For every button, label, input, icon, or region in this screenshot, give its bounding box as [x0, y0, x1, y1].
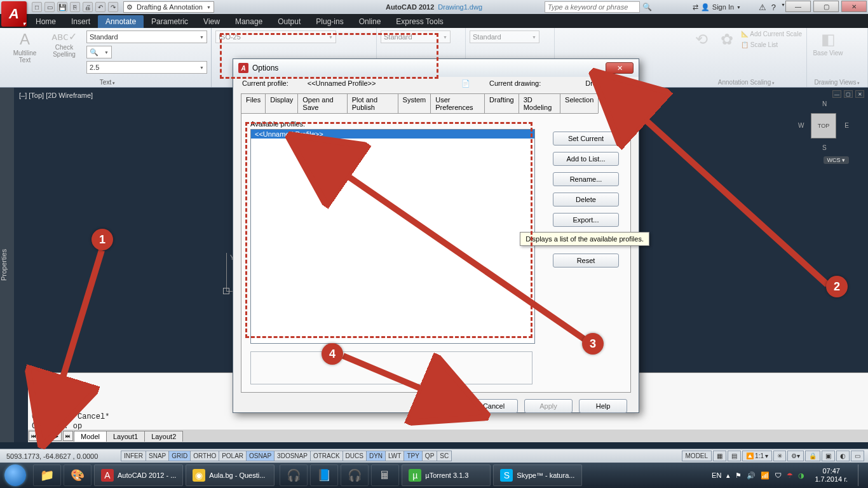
layout-tab-layout2[interactable]: Layout2	[144, 431, 183, 442]
anno-visibility-icon[interactable]: ✿	[715, 30, 738, 48]
viewcube[interactable]: N S E W TOP	[798, 100, 849, 151]
tab-nav-first[interactable]: ⏮	[29, 431, 39, 441]
toggle-dyn[interactable]: DYN	[366, 451, 386, 461]
anno-visibility-toggle[interactable]: ✳	[773, 451, 786, 461]
ribbon-tab-parametric[interactable]: Parametric	[144, 15, 196, 28]
toggle-tpy[interactable]: TPY	[403, 451, 422, 461]
network-icon[interactable]: 📶	[761, 471, 770, 480]
base-view-button[interactable]: ◧ Base View	[811, 30, 845, 57]
saveas-icon[interactable]: ⎘	[70, 2, 80, 12]
viewcube-south[interactable]: S	[822, 144, 827, 151]
coordinate-readout[interactable]: 5093.1773, -64.8627 , 0.0000	[0, 452, 121, 460]
check-spelling-button[interactable]: ᴀʙᴄ✓ Check Spelling	[47, 30, 81, 74]
profile-reset-button[interactable]: Reset	[553, 254, 619, 268]
help-button[interactable]: Help	[579, 399, 627, 413]
notepad-icon[interactable]: 📘	[310, 464, 338, 486]
toggle-lwt[interactable]: LWT	[385, 451, 404, 461]
search-icon[interactable]: 🔍	[642, 3, 652, 11]
wcs-dropdown[interactable]: WCS ▾	[824, 156, 850, 164]
ok-button[interactable]: OK	[415, 399, 463, 413]
save-icon[interactable]: 💾	[57, 2, 67, 12]
quickview-drawings-icon[interactable]: ▤	[728, 451, 741, 461]
tab-nav-last[interactable]: ⏭	[63, 431, 73, 441]
profile-export-button[interactable]: Export...	[553, 213, 619, 227]
profile-rename-button[interactable]: Rename...	[553, 172, 619, 186]
options-tab-open-and-save[interactable]: Open and Save	[297, 93, 347, 114]
calculator-icon[interactable]: 🖩	[371, 464, 399, 486]
ribbon-tab-plug-ins[interactable]: Plug-ins	[308, 15, 351, 28]
text-style-combo[interactable]: Standard	[86, 30, 207, 43]
viewport-controls[interactable]: [–] [Top] [2D Wireframe]	[19, 92, 93, 99]
close-button[interactable]: ✕	[841, 1, 867, 12]
properties-palette-tab[interactable]: Properties	[0, 88, 14, 442]
tab-nav-next[interactable]: ▶	[51, 431, 62, 441]
plot-icon[interactable]: 🖨	[83, 2, 93, 12]
clean-screen-icon[interactable]: ▭	[851, 451, 864, 461]
undo-icon[interactable]: ↶	[95, 2, 105, 12]
headset-icon[interactable]: 🎧	[280, 464, 308, 486]
viewcube-west[interactable]: W	[798, 122, 804, 129]
toggle-polar[interactable]: POLAR	[219, 451, 247, 461]
hardware-accel-icon[interactable]: ▣	[822, 451, 835, 461]
flag-icon[interactable]: ⚑	[735, 471, 742, 480]
options-tab-display[interactable]: Display	[265, 93, 298, 114]
taskbar-app-chrome[interactable]: ◉Aula.bg - Questi...	[186, 464, 275, 486]
options-tab-selection[interactable]: Selection	[560, 93, 599, 114]
ribbon-tab-annotate[interactable]: Annotate	[98, 15, 144, 28]
options-tab-files[interactable]: Files	[241, 93, 266, 114]
options-tab-system[interactable]: System	[398, 93, 431, 114]
explorer-icon[interactable]: 📁	[33, 464, 61, 486]
redo-icon[interactable]: ↷	[108, 2, 118, 12]
new-icon[interactable]: □	[32, 2, 42, 12]
paint-icon[interactable]: 🎨	[64, 464, 92, 486]
open-icon[interactable]: ▭	[44, 2, 55, 12]
signin-area[interactable]: ⇄ 👤 Sign In ▼	[693, 3, 741, 11]
language-indicator[interactable]: EN	[712, 471, 721, 479]
doc-close-icon[interactable]: ✕	[855, 90, 864, 98]
ribbon-tab-output[interactable]: Output	[270, 15, 308, 28]
toggle-ducs[interactable]: DUCS	[342, 451, 367, 461]
taskbar-app-utorrent[interactable]: µµTorrent 3.1.3	[402, 464, 491, 486]
tray-expand-icon[interactable]: ▴	[726, 471, 730, 480]
app-menu-button[interactable]: A	[1, 1, 27, 27]
viewcube-east[interactable]: E	[844, 122, 849, 129]
sync-scale-icon[interactable]: ⟲	[690, 30, 713, 48]
workspace-switch-icon[interactable]: ⚙▾	[787, 451, 804, 461]
anno-scale-button[interactable]: 🔼1:1▾	[742, 451, 772, 461]
tab-nav-prev[interactable]: ◀	[40, 431, 50, 441]
viewcube-face-top[interactable]: TOP	[811, 113, 836, 139]
model-paper-toggle[interactable]: MODEL	[682, 451, 712, 461]
quickview-layouts-icon[interactable]: ▦	[713, 451, 726, 461]
find-text-button[interactable]: 🔍	[86, 46, 112, 58]
layout-tab-layout1[interactable]: Layout1	[106, 431, 145, 442]
multiline-text-button[interactable]: A Multiline Text	[8, 30, 42, 74]
toggle-qp[interactable]: QP	[422, 451, 437, 461]
taskbar-app-autocad[interactable]: AAutoCAD 2012 - ...	[94, 464, 183, 486]
headset2-icon[interactable]: 🎧	[341, 464, 369, 486]
options-tab-user-preferences[interactable]: User Preferences	[430, 93, 485, 114]
doc-restore-icon[interactable]: ▢	[844, 90, 853, 98]
layout-tab-model[interactable]: Model	[74, 431, 107, 442]
dim-style-combo[interactable]: ISO-25	[215, 30, 336, 43]
onedrive-icon[interactable]: ◑	[798, 471, 804, 480]
toggle-sc[interactable]: SC	[437, 451, 452, 461]
ribbon-tab-online[interactable]: Online	[351, 15, 389, 28]
doc-minimize-icon[interactable]: —	[832, 90, 841, 98]
minimize-button[interactable]: —	[785, 1, 811, 12]
workspace-dropdown[interactable]: ⚙ Drafting & Annotation	[123, 1, 214, 13]
toggle-osnap[interactable]: OSNAP	[246, 451, 275, 461]
toggle-ortho[interactable]: ORTHO	[190, 451, 219, 461]
toggle-3dosnap[interactable]: 3DOSNAP	[274, 451, 311, 461]
search-input[interactable]	[545, 1, 640, 13]
scale-list-button[interactable]: 📋 Scale List	[741, 41, 778, 48]
options-tab-plot-and-publish[interactable]: Plot and Publish	[347, 93, 398, 114]
options-tab-profiles[interactable]: Profiles	[598, 93, 632, 114]
avira-icon[interactable]: ☂	[787, 471, 793, 480]
ribbon-tab-insert[interactable]: Insert	[64, 15, 98, 28]
toggle-infer[interactable]: INFER	[121, 451, 146, 461]
exclaim-icon[interactable]: ⚠	[759, 3, 766, 12]
toggle-grid[interactable]: GRID	[168, 451, 191, 461]
ribbon-tab-view[interactable]: View	[196, 15, 227, 28]
add-current-scale-button[interactable]: 📐 Add Current Scale	[741, 30, 802, 37]
dialog-close-button[interactable]: ✕	[606, 62, 634, 74]
